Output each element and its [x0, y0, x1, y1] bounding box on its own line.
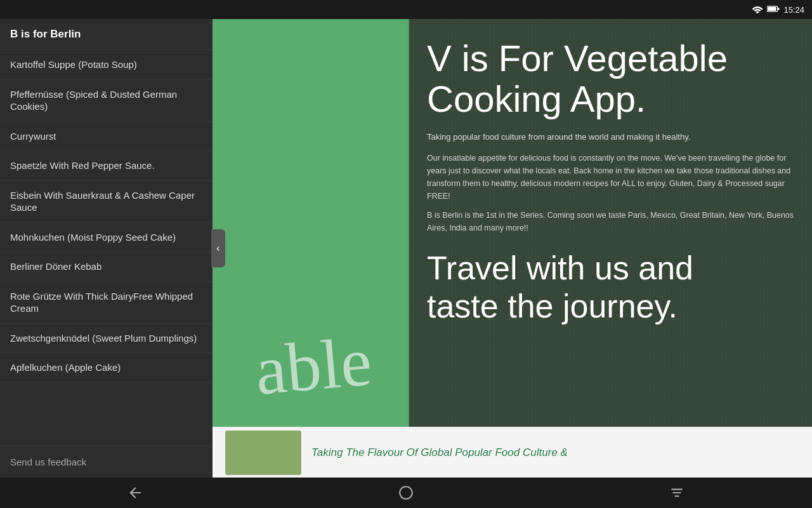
sidebar: B is for Berlin Kartoffel Suppe (Potato …	[0, 19, 213, 478]
main-layout: B is for Berlin Kartoffel Suppe (Potato …	[0, 19, 812, 478]
sidebar-item[interactable]: Eisbein With Sauerkraut & A Cashew Caper…	[0, 181, 213, 223]
sidebar-item[interactable]: Mohnkuchen (Moist Poppy Seed Cake)	[0, 223, 213, 253]
battery-icon	[767, 4, 780, 15]
content-area: able V is For Vegetable Cooking App. Tak…	[213, 19, 812, 478]
sidebar-item[interactable]: Spaetzle With Red Pepper Sauce.	[0, 151, 213, 181]
status-icons: 15:24	[752, 4, 804, 15]
description-1: Our insatiable appetite for delicious fo…	[427, 152, 794, 203]
recents-button[interactable]	[652, 478, 702, 508]
back-icon	[127, 485, 143, 501]
description-2: B is Berlin is the 1st in the Series. Co…	[427, 209, 794, 234]
secondary-headline: Travel with us and taste the journey.	[427, 250, 794, 326]
sidebar-item[interactable]: Pfeffernüsse (Spiced & Dusted German Coo…	[0, 80, 213, 122]
status-time: 15:24	[783, 5, 804, 15]
tagline: Taking popular food culture from around …	[427, 131, 794, 144]
bottom-strip-title: Taking The Flavour Of Global Popular Foo…	[311, 446, 568, 459]
recents-icon	[669, 485, 685, 501]
content-panels: able V is For Vegetable Cooking App. Tak…	[213, 19, 812, 427]
sidebar-feedback[interactable]: Send us feedback	[0, 446, 213, 478]
sidebar-title: B is for Berlin	[0, 19, 213, 50]
sidebar-list: Kartoffel Suppe (Potato Soup)Pfeffernüss…	[0, 50, 213, 446]
secondary-line1: Travel with us and	[427, 250, 693, 286]
wifi-icon	[752, 4, 763, 15]
main-headline: V is For Vegetable Cooking App.	[427, 38, 794, 119]
bottom-strip: Taking The Flavour Of Global Popular Foo…	[213, 427, 812, 478]
sidebar-item[interactable]: Rote Grütze With Thick DairyFree Whipped…	[0, 282, 213, 324]
sidebar-collapse-button[interactable]: ‹	[211, 229, 225, 267]
dark-panel: V is For Vegetable Cooking App. Taking p…	[409, 19, 812, 427]
secondary-line2: taste the journey.	[427, 288, 678, 324]
headline-line2: Cooking App.	[427, 78, 646, 119]
svg-rect-2	[778, 8, 780, 10]
bottom-strip-thumbnail	[225, 431, 301, 475]
nav-bar	[0, 478, 812, 508]
home-button[interactable]	[381, 478, 431, 508]
home-icon	[398, 485, 414, 501]
svg-rect-1	[768, 7, 776, 11]
status-bar: 15:24	[0, 0, 812, 19]
green-panel: able	[213, 19, 409, 427]
sidebar-item[interactable]: Apfelkuchen (Apple Cake)	[0, 353, 213, 383]
sidebar-item[interactable]: Currywurst	[0, 122, 213, 152]
headline-line1: V is For Vegetable	[427, 37, 728, 79]
chevron-left-icon: ‹	[216, 243, 219, 254]
sidebar-item[interactable]: Kartoffel Suppe (Potato Soup)	[0, 50, 213, 80]
cursive-decoration: able	[213, 323, 409, 410]
sidebar-item[interactable]: Berliner Döner Kebab	[0, 252, 213, 282]
sidebar-item[interactable]: Zwetschgenknödel (Sweet Plum Dumplings)	[0, 324, 213, 354]
back-button[interactable]	[110, 478, 160, 508]
